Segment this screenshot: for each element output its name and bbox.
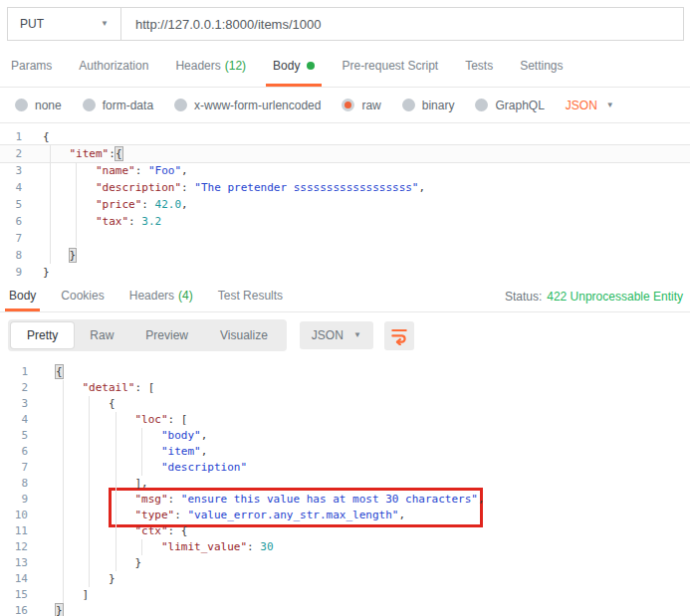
tab-count-badge: (12) [225, 59, 246, 73]
code-line: 1{ [0, 128, 690, 145]
line-number: 3 [0, 162, 22, 179]
body-type-label: binary [422, 99, 455, 112]
radio-icon [402, 99, 415, 111]
code-line: 9} [0, 264, 690, 281]
response-tab-cookies[interactable]: Cookies [57, 282, 108, 311]
code-line: 2 "detail": [ [0, 380, 690, 396]
tab-label: Cookies [61, 289, 104, 303]
code-text: } [56, 603, 63, 616]
code-text: { [56, 396, 115, 412]
line-number: 4 [0, 412, 28, 428]
tab-label: Headers [175, 59, 220, 73]
response-language-label: JSON [312, 328, 344, 342]
line-number: 12 [0, 539, 28, 555]
code-text: "loc": [ [56, 412, 187, 428]
body-type-form-data[interactable]: form-data [83, 99, 153, 112]
line-number: 6 [0, 213, 22, 230]
body-type-x-www-form-urlencoded[interactable]: x-www-form-urlencoded [174, 99, 321, 112]
body-type-none[interactable]: none [15, 99, 62, 112]
tab-label: Tests [465, 59, 493, 73]
body-type-graphql[interactable]: GraphQL [475, 99, 544, 112]
code-line: 2 "item":{ [0, 145, 690, 162]
code-line: 7 "description" [0, 460, 690, 476]
line-number: 2 [0, 380, 28, 396]
tab-label: Authorization [79, 59, 148, 73]
radio-icon [342, 99, 354, 111]
request-tab-authorization[interactable]: Authorization [72, 47, 155, 87]
radio-icon [475, 99, 488, 111]
code-line: 15 ] [0, 587, 690, 603]
method-label: PUT [20, 17, 44, 31]
code-line: 3 { [0, 396, 690, 412]
line-number: 4 [0, 179, 22, 196]
line-number: 1 [0, 128, 22, 145]
url-bar: PUT ▼ [0, 0, 690, 47]
request-tab-params[interactable]: Params [4, 47, 59, 87]
request-body-editor[interactable]: 1{2 "item":{3 "name": "Foo",4 "descripti… [0, 123, 690, 282]
code-line: 1{ [0, 364, 690, 380]
code-line: 9 "msg": "ensure this value has at most … [0, 492, 690, 508]
code-line: 8 ], [0, 476, 690, 492]
code-text: } [56, 571, 115, 587]
request-tab-tests[interactable]: Tests [458, 47, 500, 87]
body-type-label: none [35, 99, 62, 112]
code-line: 11 "ctx": { [0, 523, 690, 539]
radio-icon [15, 99, 28, 111]
code-line: 16} [0, 603, 690, 616]
code-line: 8 } [0, 247, 690, 264]
request-tab-settings[interactable]: Settings [513, 47, 570, 87]
code-text: "price": 42.0, [43, 196, 188, 213]
request-tabs: ParamsAuthorizationHeaders(12)BodyPre-re… [0, 47, 690, 88]
line-number: 1 [0, 364, 28, 380]
line-number: 8 [0, 476, 28, 492]
request-tab-pre-request-script[interactable]: Pre-request Script [335, 47, 445, 87]
request-tab-headers[interactable]: Headers(12) [168, 47, 253, 87]
line-number: 16 [0, 603, 28, 616]
request-tab-body[interactable]: Body [266, 47, 322, 87]
response-view-pretty[interactable]: Pretty [11, 322, 74, 348]
line-number: 15 [0, 587, 28, 603]
line-number: 5 [0, 428, 28, 444]
chevron-down-icon: ▼ [101, 20, 109, 28]
response-language-select[interactable]: JSON ▼ [300, 321, 373, 349]
wrap-lines-button[interactable] [384, 321, 414, 350]
line-number: 6 [0, 444, 28, 460]
radio-icon [174, 99, 187, 111]
response-view-raw[interactable]: Raw [74, 322, 129, 348]
code-text: "msg": "ensure this value has at most 30… [56, 492, 485, 508]
body-type-raw[interactable]: raw [342, 99, 380, 112]
tab-count-badge: (4) [178, 289, 193, 303]
tab-label: Params [11, 59, 52, 73]
url-input[interactable] [121, 8, 683, 40]
code-line: 3 "name": "Foo", [0, 162, 690, 179]
method-select[interactable]: PUT ▼ [8, 8, 121, 40]
response-view-switcher: PrettyRawPreviewVisualize [8, 319, 287, 351]
tab-label: Body [9, 289, 36, 303]
radio-icon [83, 99, 96, 111]
line-number: 13 [0, 555, 28, 571]
line-number: 14 [0, 571, 28, 587]
status-label: Status: [505, 290, 542, 304]
code-line: 5 "price": 42.0, [0, 196, 690, 213]
line-number: 2 [0, 145, 22, 162]
body-type-label: x-www-form-urlencoded [194, 99, 321, 112]
response-view-visualize[interactable]: Visualize [204, 322, 284, 348]
response-tab-headers[interactable]: Headers(4) [125, 282, 197, 311]
response-body-editor[interactable]: 1{2 "detail": [3 {4 "loc": [5 "body",6 "… [0, 358, 690, 616]
raw-language-select[interactable]: JSON▼ [566, 99, 614, 112]
body-type-binary[interactable]: binary [402, 99, 455, 112]
line-number: 8 [0, 247, 22, 264]
tab-label: Test Results [218, 289, 283, 303]
response-tab-test-results[interactable]: Test Results [214, 282, 287, 311]
code-text: "detail": [ [56, 380, 154, 396]
code-text: "name": "Foo", [43, 162, 188, 179]
matching-brace-highlight: { [115, 147, 122, 160]
line-number: 10 [0, 508, 28, 523]
postman-request-view: PUT ▼ ParamsAuthorizationHeaders(12)Body… [0, 0, 690, 616]
chevron-down-icon: ▼ [606, 102, 614, 109]
body-type-row: noneform-datax-www-form-urlencodedrawbin… [0, 88, 690, 123]
tab-label: Pre-request Script [342, 59, 438, 73]
response-tab-body[interactable]: Body [5, 282, 40, 311]
code-text: "item":{ [43, 145, 122, 162]
response-view-preview[interactable]: Preview [129, 322, 204, 348]
